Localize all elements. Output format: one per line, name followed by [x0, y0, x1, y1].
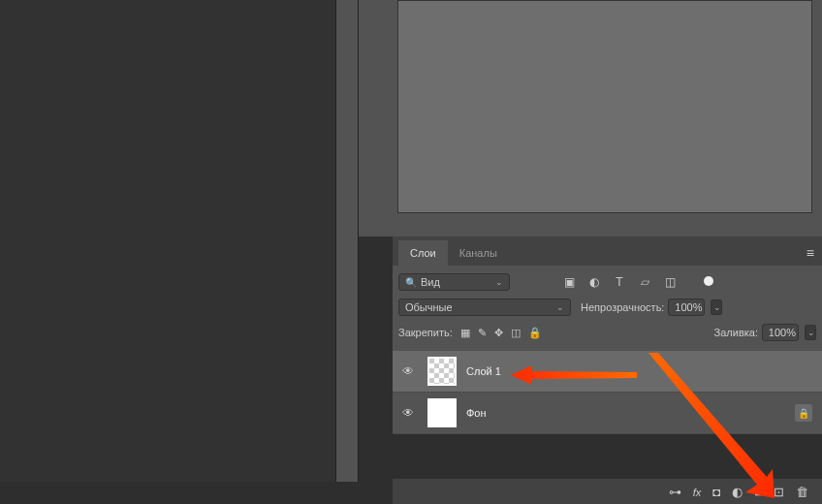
layer-name[interactable]: Слой 1 — [466, 365, 501, 377]
layer-row[interactable]: 👁 Фон 🔒 — [393, 393, 822, 434]
type-icon[interactable]: T — [613, 275, 626, 289]
visibility-icon[interactable]: 👁 — [402, 364, 418, 378]
lock-row: Закрепить: ▦ ✎ ✥ ◫ 🔒 Заливка: 100% ⌄ — [393, 320, 822, 345]
layer-filter-kind[interactable]: 🔍 Вид ⌄ — [398, 273, 510, 291]
panel-tabs: Слои Каналы ≡ — [393, 236, 822, 266]
left-strip — [335, 0, 359, 482]
layers-bottom-bar: ⊶ fx ◘ ◐ ■ ⊡ 🗑 — [393, 479, 822, 504]
workspace-left — [0, 0, 335, 482]
chevron-down-icon: ⌄ — [807, 328, 815, 337]
opacity-value: 100% — [675, 301, 702, 313]
filter-kind-label: Вид — [421, 276, 440, 288]
fill-label: Заливка: — [714, 327, 758, 338]
smartobject-icon[interactable]: ◫ — [663, 275, 677, 289]
chevron-down-icon: ⌄ — [556, 302, 564, 312]
layers-panel: Слои Каналы ≡ 🔍 Вид ⌄ ▣ ◐ T ▱ ◫ Обычные … — [393, 236, 822, 434]
fx-icon[interactable]: fx — [693, 485, 702, 499]
fill-value: 100% — [769, 327, 796, 338]
image-icon[interactable]: ▣ — [562, 275, 576, 289]
search-icon: 🔍 — [405, 277, 417, 288]
layer-row[interactable]: 👁 Слой 1 — [393, 351, 822, 393]
lock-icon: 🔒 — [795, 404, 812, 422]
link-icon[interactable]: ⊶ — [669, 485, 681, 499]
layer-name[interactable]: Фон — [466, 407, 487, 419]
filter-icons: ▣ ◐ T ▱ ◫ — [562, 275, 677, 289]
canvas-area — [359, 0, 822, 236]
filter-toggle[interactable] — [704, 276, 713, 286]
lock-move-icon[interactable]: ✥ — [494, 327, 503, 339]
tab-channels[interactable]: Каналы — [448, 240, 509, 266]
lock-label: Закрепить: — [398, 327, 453, 338]
blend-mode-value: Обычные — [405, 301, 453, 313]
fill-input[interactable]: 100% — [762, 324, 799, 341]
adjustment-icon[interactable]: ◐ — [732, 485, 743, 499]
fill-chevron[interactable]: ⌄ — [805, 325, 816, 340]
visibility-icon[interactable]: 👁 — [402, 406, 418, 420]
opacity-chevron[interactable]: ⌄ — [711, 299, 722, 315]
opacity-label: Непрозрачность: — [581, 301, 664, 313]
canvas[interactable] — [397, 0, 812, 213]
panel-menu-icon[interactable]: ≡ — [806, 245, 814, 261]
layer-thumbnail[interactable] — [427, 398, 457, 427]
lock-all-icon[interactable]: 🔒 — [528, 327, 542, 339]
trash-icon[interactable]: 🗑 — [796, 485, 808, 499]
blend-row: Обычные ⌄ Непрозрачность: 100% ⌄ — [393, 295, 822, 320]
shape-icon[interactable]: ▱ — [638, 275, 651, 289]
opacity-input[interactable]: 100% — [668, 299, 705, 316]
chevron-down-icon: ⌄ — [495, 277, 503, 287]
lock-transparent-icon[interactable]: ▦ — [460, 327, 470, 339]
layer-thumbnail[interactable] — [427, 357, 457, 386]
mask-icon[interactable]: ◘ — [712, 485, 720, 499]
chevron-down-icon: ⌄ — [713, 302, 721, 312]
lock-icons: ▦ ✎ ✥ ◫ 🔒 — [460, 327, 542, 339]
filter-row: 🔍 Вид ⌄ ▣ ◐ T ▱ ◫ — [393, 266, 822, 295]
lock-brush-icon[interactable]: ✎ — [478, 327, 487, 339]
group-icon[interactable]: ■ — [754, 485, 762, 499]
new-layer-icon[interactable]: ⊡ — [774, 485, 784, 499]
layers-list: 👁 Слой 1 👁 Фон 🔒 — [393, 351, 822, 434]
blend-mode-select[interactable]: Обычные ⌄ — [398, 299, 571, 316]
tab-layers[interactable]: Слои — [398, 240, 448, 266]
adjustment-filter-icon[interactable]: ◐ — [587, 275, 601, 289]
lock-artboard-icon[interactable]: ◫ — [511, 327, 521, 339]
